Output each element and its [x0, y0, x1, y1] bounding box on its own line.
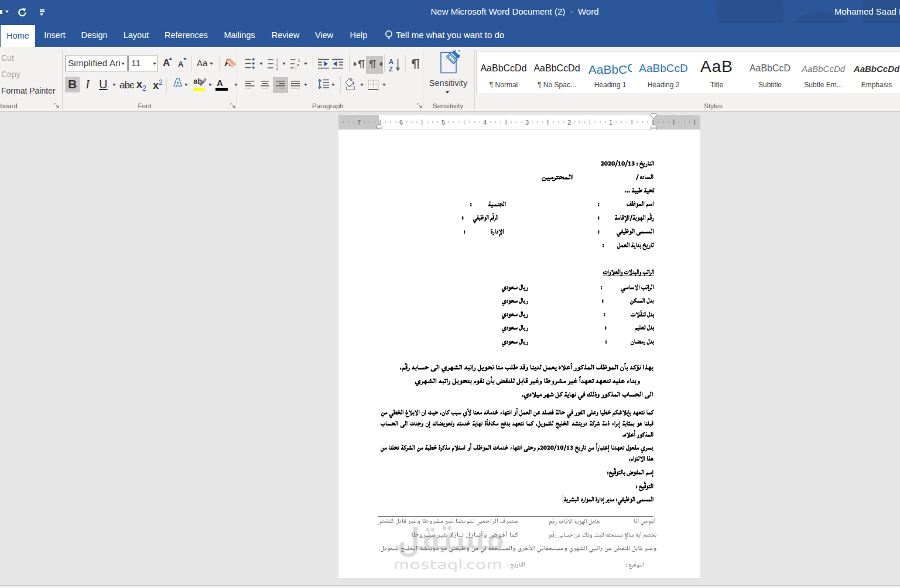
svg-text:6: 6	[399, 119, 403, 126]
svg-text:7: 7	[357, 119, 361, 126]
svg-text:A: A	[389, 58, 393, 65]
svg-text:4: 4	[483, 119, 487, 126]
svg-text:5: 5	[442, 119, 445, 126]
svg-text:2: 2	[567, 119, 571, 126]
svg-text:1: 1	[609, 119, 612, 126]
svg-text:Z: Z	[389, 66, 393, 73]
svg-text:3: 3	[276, 66, 278, 70]
svg-text:3: 3	[525, 119, 529, 126]
